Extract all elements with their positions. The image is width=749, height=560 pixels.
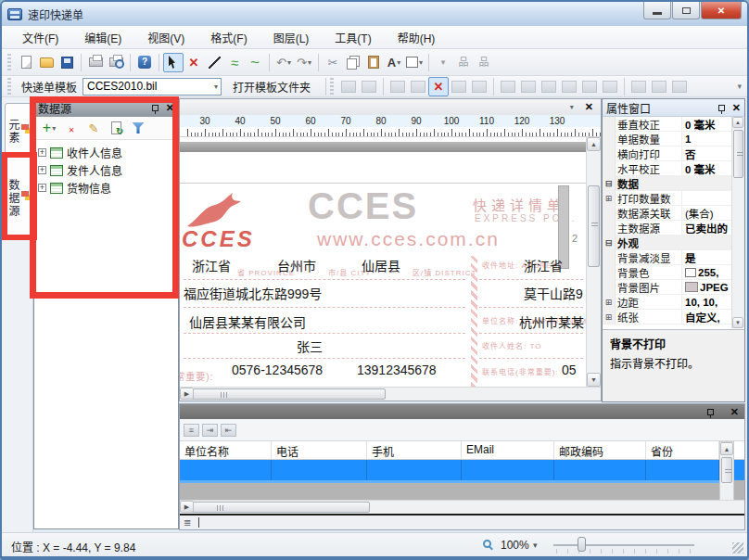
property-row-2[interactable]: 横向打印否 bbox=[603, 146, 744, 161]
menu-item-5[interactable]: 工具(T) bbox=[322, 27, 384, 48]
same-width-icon[interactable] bbox=[628, 77, 649, 96]
align-right-icon[interactable] bbox=[518, 77, 539, 96]
column-header-2[interactable]: 手机 bbox=[367, 441, 462, 459]
line-tool-icon[interactable] bbox=[204, 53, 224, 72]
pin-icon[interactable] bbox=[152, 105, 159, 111]
scroll-up-icon[interactable]: ▲ bbox=[732, 117, 743, 128]
scrollbar-thumb[interactable] bbox=[721, 457, 732, 483]
property-row-7[interactable]: 主数据源已卖出的 bbox=[603, 221, 744, 235]
scroll-down-icon[interactable]: ▼ bbox=[732, 317, 743, 328]
print-preview-icon[interactable] bbox=[106, 53, 126, 72]
align-top-icon[interactable] bbox=[539, 77, 559, 96]
node-layout-icon[interactable]: 品 bbox=[474, 53, 494, 72]
menu-item-0[interactable]: 文件(F) bbox=[9, 27, 71, 48]
property-row-9[interactable]: 背景减淡显是 bbox=[603, 250, 744, 265]
field-phone2[interactable]: 13912345678 bbox=[357, 363, 437, 377]
scroll-up-icon[interactable]: ▲ bbox=[720, 442, 733, 455]
property-row-12[interactable]: ⊞边距10, 10, bbox=[603, 295, 744, 310]
field-phone1[interactable]: 0576-12345678 bbox=[232, 363, 323, 377]
row-gutter[interactable]: ⊞ bbox=[603, 191, 616, 205]
chevron-down-icon[interactable]: ▾ bbox=[287, 58, 291, 67]
property-row-8[interactable]: ⊟外观 bbox=[603, 235, 744, 250]
cut-icon[interactable]: ✂ bbox=[323, 53, 343, 72]
field-person[interactable]: 张三 bbox=[297, 337, 323, 355]
print-icon[interactable] bbox=[85, 53, 106, 72]
align-bottom-icon[interactable] bbox=[559, 77, 579, 96]
bring-front-icon[interactable] bbox=[387, 77, 408, 96]
open-template-folder-button[interactable]: 打开模板文件夹 bbox=[229, 77, 314, 96]
expand-icon[interactable]: + bbox=[38, 148, 46, 157]
zoom-slider-thumb[interactable] bbox=[578, 537, 586, 552]
zoom-value[interactable]: 100% bbox=[501, 539, 529, 552]
column-header-0[interactable]: 单位名称 bbox=[180, 441, 272, 459]
property-row-10[interactable]: 背景色255, bbox=[603, 265, 744, 280]
field-city[interactable]: 台州市 bbox=[277, 256, 316, 274]
copy-icon[interactable] bbox=[343, 53, 363, 72]
property-row-5[interactable]: ⊞打印数量数 bbox=[603, 191, 744, 206]
field-company[interactable]: 仙居县某某有限公司 bbox=[189, 312, 306, 331]
chevron-down-icon[interactable]: ▾ bbox=[52, 124, 56, 133]
maximize-button[interactable] bbox=[672, 2, 700, 19]
field-right-phone[interactable]: 05 bbox=[562, 363, 577, 377]
menu-item-3[interactable]: 格式(F) bbox=[197, 27, 260, 48]
close-icon[interactable]: ✕ bbox=[585, 101, 593, 113]
canvas-vertical-scrollbar[interactable]: ▲ ▼ bbox=[586, 137, 601, 387]
expand-icon[interactable]: + bbox=[38, 184, 46, 192]
menu-item-6[interactable]: 帮助(H) bbox=[385, 27, 449, 48]
property-row-4[interactable]: ⊟数据 bbox=[603, 176, 744, 191]
template-combobox[interactable]: CCES2010.bil ▾ bbox=[83, 78, 222, 95]
property-row-13[interactable]: ⊞纸张自定义, bbox=[603, 310, 744, 325]
filter-datasource-icon[interactable] bbox=[127, 119, 149, 138]
node-connect-icon[interactable]: 品 bbox=[453, 53, 474, 72]
resize-grip[interactable] bbox=[732, 542, 743, 554]
grid-horizontal-scrollbar[interactable]: ▶ bbox=[180, 500, 744, 514]
menu-item-4[interactable]: 图层(L) bbox=[260, 27, 323, 48]
close-icon[interactable]: ✕ bbox=[166, 102, 174, 114]
column-header-4[interactable]: 邮政编码 bbox=[554, 441, 646, 459]
add-row-icon[interactable]: ≡ bbox=[184, 424, 199, 437]
scrollbar-thumb[interactable] bbox=[588, 185, 600, 267]
field-address[interactable]: 福应街道城北东路999号 bbox=[184, 284, 322, 302]
new-doc-icon[interactable] bbox=[16, 53, 36, 72]
zoom-slider-track[interactable] bbox=[553, 544, 694, 546]
scroll-down-icon[interactable]: ▼ bbox=[587, 373, 601, 387]
property-row-6[interactable]: 数据源关联(集合) bbox=[603, 206, 744, 221]
save-icon[interactable] bbox=[57, 53, 77, 72]
delete-object-icon[interactable]: ✕ bbox=[184, 53, 204, 72]
menu-item-1[interactable]: 编辑(E) bbox=[71, 27, 134, 48]
curve-tool-icon[interactable]: ~ bbox=[245, 53, 265, 72]
property-row-3[interactable]: 水平校正0 毫米 bbox=[603, 161, 744, 176]
tree-item-0[interactable]: +收件人信息 bbox=[36, 144, 176, 161]
row-gutter[interactable]: ⊞ bbox=[603, 295, 616, 309]
chevron-down-icon[interactable]: ▾ bbox=[214, 83, 218, 91]
property-row-11[interactable]: 背景图片JPEG bbox=[603, 280, 744, 295]
remove-datasource-icon[interactable] bbox=[60, 119, 83, 138]
scrollbar-thumb[interactable] bbox=[183, 502, 370, 513]
refresh-datasource-icon[interactable] bbox=[105, 119, 127, 138]
expand-icon[interactable]: + bbox=[38, 166, 46, 174]
align-left-icon[interactable] bbox=[498, 77, 518, 96]
add-datasource-icon[interactable]: ▾ bbox=[38, 119, 60, 138]
same-size-icon[interactable] bbox=[669, 77, 690, 96]
ungroup-icon[interactable] bbox=[359, 77, 379, 96]
row-gutter[interactable]: ⊞ bbox=[603, 310, 616, 324]
property-row-1[interactable]: 单据数量1 bbox=[603, 132, 744, 146]
pin-icon[interactable] bbox=[718, 105, 725, 111]
dock-header[interactable]: ✕ bbox=[180, 404, 744, 419]
property-row-0[interactable]: 垂直校正0 毫米 bbox=[603, 117, 744, 132]
close-icon[interactable]: ✕ bbox=[730, 406, 739, 418]
chevron-down-icon[interactable]: ▾ bbox=[397, 58, 400, 67]
minimize-button[interactable] bbox=[643, 2, 671, 19]
close-icon[interactable]: ✕ bbox=[732, 102, 741, 114]
close-button[interactable]: ✕ bbox=[701, 2, 742, 19]
unlock-icon[interactable] bbox=[469, 77, 489, 96]
delete-selection-icon[interactable]: ✕ bbox=[428, 77, 449, 96]
tree-item-1[interactable]: +发件人信息 bbox=[36, 161, 176, 179]
select-cursor-icon[interactable] bbox=[163, 53, 184, 72]
scroll-right-icon[interactable]: ▶ bbox=[180, 501, 194, 513]
help-icon[interactable]: ? bbox=[134, 53, 155, 72]
sidebar-tab-elements[interactable]: 元素 bbox=[5, 103, 32, 157]
field-district[interactable]: 仙居县 bbox=[362, 256, 400, 274]
scroll-up-icon[interactable]: ▲ bbox=[587, 137, 601, 151]
group-icon[interactable] bbox=[338, 77, 359, 96]
